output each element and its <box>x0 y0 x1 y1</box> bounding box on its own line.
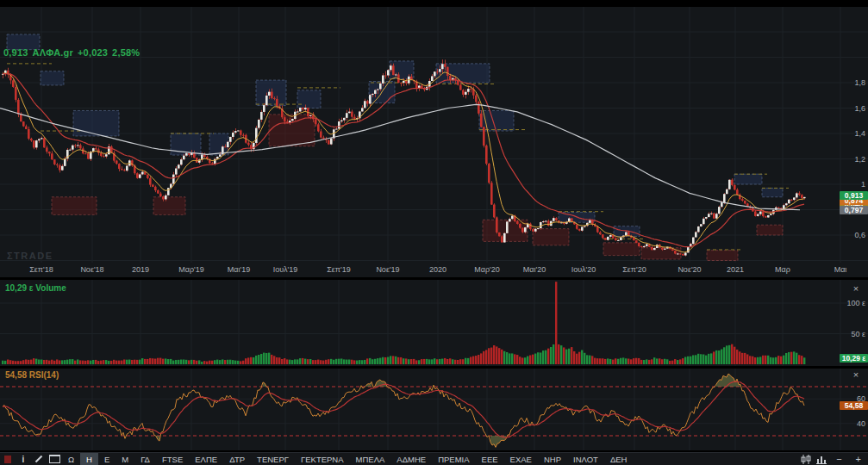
volume-axis-label: 100 ε <box>846 299 865 307</box>
grid-icon[interactable] <box>47 453 62 465</box>
bar-chart-icon[interactable] <box>814 453 829 465</box>
x-axis-label: Νοε'20 <box>678 265 701 274</box>
ticker-button-ΔΕΗ[interactable]: ΔΕΗ <box>604 453 634 465</box>
trendline-icon[interactable] <box>31 453 47 465</box>
info-icon[interactable]: i <box>16 453 31 465</box>
x-axis-label: 2020 <box>429 265 446 274</box>
x-axis-label: Μαι'19 <box>228 265 250 274</box>
price-axis-label: 1,8 <box>854 78 865 87</box>
x-axis-label: Ιουλ'19 <box>273 265 298 274</box>
rsi-value: 54,58 <box>5 370 27 380</box>
volume-axis-label: 50 ε <box>851 330 865 338</box>
ticker-button-ΔΤΡ[interactable]: ΔΤΡ <box>223 453 251 465</box>
zoom-in-button[interactable]: + <box>849 454 868 464</box>
candlestick-chart-icon[interactable] <box>798 453 814 465</box>
volume-pane-label: 10,29 ε Volume <box>5 283 66 293</box>
instrument-info: 0,913ΑΛΦΑ.gr+0,0232,58% <box>3 47 144 58</box>
price-change-pct: 2,58% <box>112 47 140 58</box>
x-axis-label: 2019 <box>132 265 149 274</box>
chart-canvas[interactable] <box>0 0 868 452</box>
price-badge: 0,913 <box>840 191 868 200</box>
rsi-axis-label: 40 <box>857 419 865 428</box>
ticker-button-ΤΕΝΕΡΓ[interactable]: ΤΕΝΕΡΓ <box>251 453 295 465</box>
ticker-button-ΙΝΛΟΤ[interactable]: ΙΝΛΟΤ <box>567 453 604 465</box>
ticker-button-ΕΕΕ[interactable]: ΕΕΕ <box>476 453 504 465</box>
ticker-button-ΑΔΜΗΕ[interactable]: ΑΔΜΗΕ <box>390 453 432 465</box>
platform-watermark: ΣTRADE <box>7 251 53 261</box>
ticker-button-ΓΔ[interactable]: ΓΔ <box>134 453 156 465</box>
x-axis-label: Μαρ <box>775 265 790 274</box>
period-button-Ε[interactable]: Ε <box>98 453 116 465</box>
ticker-button-ΓΕΚΤΕΡΝΑ[interactable]: ΓΕΚΤΕΡΝΑ <box>295 453 350 465</box>
x-axis-label: Μαι'20 <box>523 265 546 274</box>
ticker-button-ΕΧΑΕ[interactable]: ΕΧΑΕ <box>504 453 538 465</box>
x-axis-label: Μαι <box>834 265 847 274</box>
rsi-badge: 54,58 <box>840 401 868 410</box>
period-button-Μ[interactable]: Μ <box>116 453 134 465</box>
volume-value: 10,29 ε <box>5 283 34 293</box>
last-price: 0,913 <box>3 47 28 58</box>
ticker-button-ΜΠΕΛΑ[interactable]: ΜΠΕΛΑ <box>350 453 391 465</box>
x-axis-label: 2021 <box>727 265 744 274</box>
ticker-button-FTSE[interactable]: FTSE <box>156 453 189 465</box>
price-badge: 0,797 <box>840 206 868 214</box>
price-axis-label: 1,4 <box>854 129 865 138</box>
x-axis-label: Νοε'19 <box>376 265 399 274</box>
x-axis-label: Μαρ'20 <box>474 265 500 274</box>
close-rsi-pane-button[interactable]: × <box>851 370 861 381</box>
red-square-icon[interactable] <box>0 453 16 465</box>
period-button-Ω[interactable]: Ω <box>62 453 80 465</box>
x-axis-label: Σεπ'18 <box>29 265 53 274</box>
x-axis-label: Ιουλ'20 <box>571 265 596 274</box>
close-volume-pane-button[interactable]: × <box>851 284 861 294</box>
ticker-button-ΕΛΠΕ[interactable]: ΕΛΠΕ <box>189 453 223 465</box>
zoom-out-button[interactable]: − <box>829 454 848 464</box>
ticker-button-ΠΡΕΜΙΑ[interactable]: ΠΡΕΜΙΑ <box>432 453 475 465</box>
x-axis-label: Νοε'18 <box>80 265 103 274</box>
trading-app: 0,913ΑΛΦΑ.gr+0,0232,58% ΣTRADE 10,29 ε V… <box>0 0 868 465</box>
rsi-pane-label: 54,58 RSI(14) <box>5 370 59 380</box>
period-button-Η[interactable]: Η <box>80 453 98 465</box>
volume-badge: 10,29 ε <box>840 354 868 363</box>
volume-name: Volume <box>35 283 66 293</box>
x-axis-label: Μαρ'19 <box>178 265 204 274</box>
x-axis-label: Σεπ'20 <box>622 265 646 274</box>
price-axis-label: 1 <box>861 180 865 189</box>
price-axis-label: 0,6 <box>854 231 865 239</box>
bottom-toolbar: iΩΗΕΜΓΔFTSEΕΛΠΕΔΤΡΤΕΝΕΡΓΓΕΚΤΕΡΝΑΜΠΕΛΑΑΔΜ… <box>0 452 868 465</box>
symbol-label: ΑΛΦΑ.gr <box>33 47 73 58</box>
x-axis-label: Σεπ'19 <box>327 265 351 274</box>
price-axis-label: 1,6 <box>854 104 865 113</box>
ticker-button-ΝΗΡ[interactable]: ΝΗΡ <box>538 453 567 465</box>
rsi-name: RSI(14) <box>29 370 59 380</box>
price-axis-label: 1,2 <box>854 155 865 164</box>
price-change: +0,023 <box>78 47 108 58</box>
